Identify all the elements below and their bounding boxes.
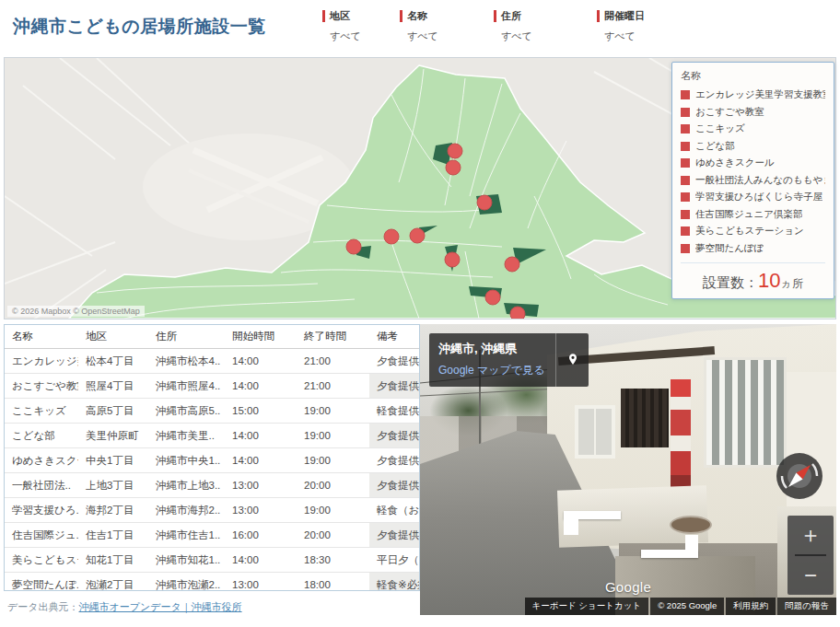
- table-cell: 夕食提供お: [369, 448, 419, 472]
- table-cell: 沖縄市住吉1..: [148, 523, 225, 547]
- legend-item-label: エンカレッジ美里学習支援教室: [695, 88, 825, 101]
- legend-item[interactable]: 住吉国際ジュニア倶楽部: [681, 206, 825, 224]
- legend-item-label: ゆめさきスクール: [695, 157, 775, 169]
- map-marker[interactable]: [510, 307, 525, 319]
- table-row[interactable]: 美らこどもステ..知花1丁目沖縄市知花1..14:0018:30平日夕（: [5, 548, 419, 573]
- map-marker[interactable]: [448, 144, 462, 158]
- filter-label: 開催曜日: [604, 9, 645, 23]
- table-cell: 軽食※必須: [369, 573, 419, 591]
- table-row[interactable]: 住吉国際ジュ..住吉1丁目沖縄市住吉1..16:0020:00夕食提供お: [5, 523, 419, 548]
- filter-2[interactable]: 名称すべて: [400, 9, 484, 43]
- table-cell: 14:00: [225, 548, 297, 572]
- data-source-label: データ出典元：: [7, 601, 79, 612]
- column-header[interactable]: 名称: [5, 325, 78, 348]
- filter-value[interactable]: すべて: [407, 29, 484, 43]
- table-cell: 学習支援ひろ..: [5, 498, 78, 522]
- legend-item[interactable]: 美らこどもステーション: [681, 223, 825, 240]
- table-cell: 13:00: [225, 473, 297, 497]
- filter-3[interactable]: 住所すべて: [494, 9, 578, 43]
- table-cell: 松本4丁目: [78, 349, 148, 373]
- filter-accent-bar: [597, 10, 600, 22]
- map-marker[interactable]: [346, 239, 361, 254]
- table-cell: 夕食提供お: [369, 349, 419, 373]
- map-pin-icon[interactable]: [555, 333, 589, 387]
- table-cell: 住吉1丁目: [78, 523, 148, 547]
- sv-attribution-item[interactable]: 問題の報告: [777, 598, 836, 615]
- sv-attribution-item[interactable]: © 2025 Google: [650, 598, 724, 615]
- table-row[interactable]: 夢空間たんぽ..泡瀬2丁目沖縄市泡瀬2..13:0018:00軽食※必須: [5, 573, 419, 591]
- map-marker[interactable]: [505, 257, 519, 272]
- legend-list: エンカレッジ美里学習支援教室おこすごや教室ここキッズこどな部ゆめさきスクール一般…: [681, 87, 825, 257]
- legend-item[interactable]: ここキッズ: [681, 121, 825, 138]
- legend-item-label: 夢空間たんぽぽ: [695, 242, 764, 255]
- sv-attribution-item[interactable]: キーボード ショートカット: [525, 598, 649, 615]
- legend-swatch-icon: [681, 192, 690, 202]
- sv-navigation-arrow[interactable]: [641, 550, 698, 558]
- column-header[interactable]: 開始時間: [225, 325, 297, 348]
- zoom-in-button[interactable]: ＋: [788, 516, 834, 554]
- legend-item[interactable]: こどな部: [681, 138, 825, 156]
- legend-item-label: おこすごや教室: [695, 106, 764, 119]
- legend-item[interactable]: 一般社団法人みんなのももやま..: [681, 172, 825, 190]
- table-cell: 沖縄市中央1..: [148, 448, 225, 472]
- sv-navigation-arrow[interactable]: [564, 511, 621, 519]
- table-row[interactable]: 一般社団法..上地3丁目沖縄市上地3..13:0020:00夕食提供お: [5, 473, 419, 498]
- legend-item-label: 住吉国際ジュニア倶楽部: [695, 208, 802, 221]
- table-cell: 軽食（お）: [369, 498, 419, 522]
- table-cell: 沖縄市泡瀬2..: [148, 573, 225, 591]
- map-marker[interactable]: [446, 160, 461, 175]
- column-header[interactable]: 備考: [369, 325, 419, 348]
- table-cell: 20:00: [297, 523, 369, 547]
- table-cell: 高原5丁目: [78, 399, 148, 423]
- table-row[interactable]: 学習支援ひろ..海邦2丁目沖縄市海邦2..13:0019:00軽食（お）: [5, 498, 419, 523]
- sv-vending-machine: [671, 379, 691, 488]
- sv-open-in-maps-link[interactable]: Google マップで見る: [438, 363, 544, 378]
- legend-item[interactable]: 学習支援ひろばくじら寺子屋: [681, 189, 825, 206]
- filter-4[interactable]: 開催曜日すべて: [597, 9, 682, 43]
- filter-1[interactable]: 地区すべて: [322, 9, 407, 43]
- table-row[interactable]: おこすごや教室照屋4丁目沖縄市照屋4..14:0021:00夕食提供お: [5, 374, 419, 399]
- legend-item-label: ここキッズ: [695, 122, 745, 135]
- table-row[interactable]: ここキッズ高原5丁目沖縄市高原5..15:0019:00軽食提供お: [5, 399, 419, 424]
- map-marker[interactable]: [384, 229, 399, 244]
- column-header[interactable]: 終了時間: [297, 325, 369, 348]
- table-cell: 16:00: [225, 523, 297, 547]
- sv-manhole: [670, 516, 712, 534]
- map-attribution[interactable]: © 2026 Mapbox © OpenStreetMap: [7, 306, 145, 317]
- legend-item[interactable]: エンカレッジ美里学習支援教室: [681, 87, 825, 104]
- table-cell: 住吉国際ジュ..: [5, 523, 78, 547]
- table-row[interactable]: ゆめさきスクール中央1丁目沖縄市中央1..14:0019:00夕食提供お: [5, 448, 419, 473]
- page-title: 沖縄市こどもの居場所施設一覧: [13, 15, 266, 39]
- count-unit: ヵ所: [781, 277, 803, 290]
- map-marker[interactable]: [445, 252, 460, 267]
- column-header[interactable]: 地区: [78, 325, 148, 348]
- filter-value[interactable]: すべて: [501, 29, 578, 43]
- table-cell: 一般社団法..: [5, 473, 78, 497]
- table-cell: 19:00: [297, 424, 369, 447]
- dashboard: 沖縄市こどもの居場所施設一覧 地区すべて名称すべて住所すべて開催曜日すべて: [0, 0, 840, 627]
- legend-item[interactable]: 夢空間たんぽぽ: [681, 240, 825, 258]
- filter-value[interactable]: すべて: [604, 29, 682, 43]
- table-row[interactable]: エンカレッジ美..松本4丁目沖縄市松本4..14:0021:00夕食提供お: [5, 349, 419, 374]
- street-view-panel[interactable]: 沖縄市, 沖縄県 Google マップで見る ＋ −: [420, 324, 836, 615]
- compass-control[interactable]: [776, 452, 823, 500]
- filter-accent-bar: [494, 10, 496, 22]
- table-cell: 夕食提供お: [369, 374, 419, 398]
- table-cell: 夕食提供お: [369, 473, 419, 497]
- legend-item[interactable]: おこすごや教室: [681, 104, 825, 122]
- sv-attribution-item[interactable]: 利用規約: [726, 598, 776, 615]
- filter-value[interactable]: すべて: [330, 29, 407, 43]
- map-marker[interactable]: [477, 195, 492, 210]
- data-source-link[interactable]: 沖縄市オープンデータ｜沖縄市役所: [79, 601, 242, 612]
- table-cell: 14:00: [225, 424, 297, 447]
- table-cell: おこすごや教室: [5, 374, 78, 398]
- table-cell: 夕食提供お: [369, 424, 419, 447]
- legend-swatch-icon: [681, 124, 690, 134]
- legend-item[interactable]: ゆめさきスクール: [681, 155, 825, 172]
- count-label: 設置数：: [703, 274, 758, 290]
- map-marker[interactable]: [410, 228, 425, 243]
- filter-accent-bar: [322, 10, 325, 22]
- table-row[interactable]: こどな部美里仲原町沖縄市美里..14:0019:00夕食提供お: [5, 424, 419, 448]
- column-header[interactable]: 住所: [148, 325, 225, 348]
- map-marker[interactable]: [485, 290, 500, 305]
